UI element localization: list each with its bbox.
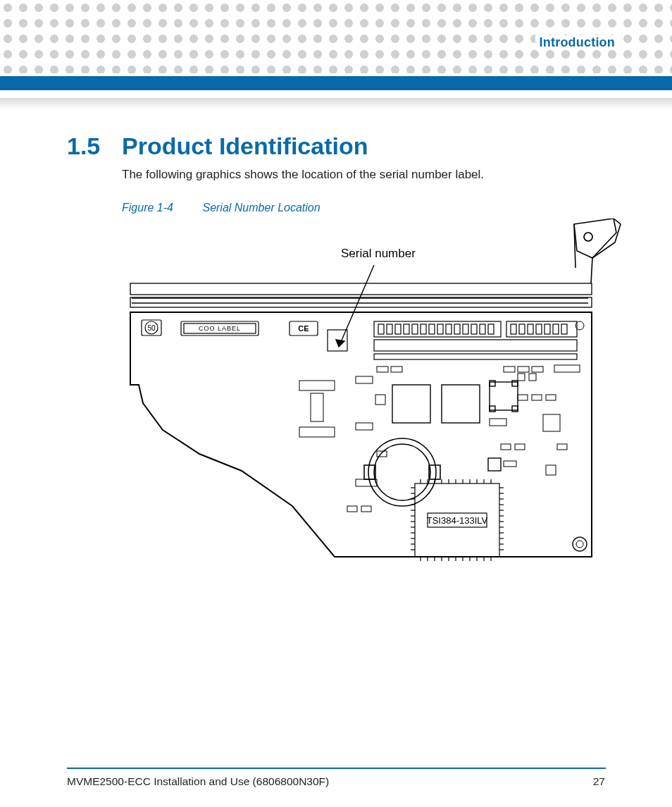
header-blocks-icon: [374, 321, 577, 359]
ejector-handle-icon: [574, 218, 621, 283]
svg-rect-39: [504, 366, 515, 372]
svg-rect-29: [519, 324, 525, 334]
svg-rect-49: [518, 374, 525, 381]
svg-rect-38: [391, 366, 402, 372]
callout-arrow-icon: [336, 265, 374, 347]
svg-rect-53: [546, 395, 556, 400]
svg-rect-46: [299, 427, 335, 437]
mounting-hole-icon: [573, 537, 587, 551]
tsi-chip-icon: TSI384-133ILV: [411, 479, 504, 561]
svg-rect-55: [546, 465, 556, 475]
svg-rect-40: [518, 366, 529, 372]
footer-divider: [67, 768, 606, 769]
svg-rect-44: [356, 423, 373, 430]
svg-rect-43: [356, 376, 373, 383]
svg-rect-59: [504, 461, 516, 467]
svg-rect-34: [561, 324, 567, 334]
svg-rect-26: [480, 324, 485, 334]
svg-rect-30: [528, 324, 533, 334]
svg-rect-28: [511, 324, 516, 334]
svg-marker-11: [336, 340, 344, 347]
svg-rect-62: [356, 479, 377, 486]
svg-rect-24: [463, 324, 468, 334]
svg-rect-17: [404, 324, 409, 334]
svg-rect-45: [299, 381, 335, 390]
header-gradient-bar: [0, 98, 672, 109]
fifty-text: 50: [147, 324, 156, 332]
svg-rect-56: [501, 444, 511, 450]
svg-rect-22: [446, 324, 452, 334]
svg-rect-20: [429, 324, 435, 334]
svg-rect-51: [518, 395, 528, 400]
svg-rect-37: [377, 366, 388, 372]
svg-rect-14: [378, 324, 384, 334]
svg-line-10: [339, 265, 374, 347]
svg-rect-33: [553, 324, 559, 334]
section-title: Product Identification: [122, 133, 368, 160]
svg-rect-63: [377, 451, 387, 457]
svg-rect-21: [437, 324, 443, 334]
figure-title: Serial Number Location: [202, 202, 320, 214]
header-blue-bar: [0, 76, 672, 90]
svg-rect-50: [529, 374, 536, 381]
coo-label-text: COO LABEL: [199, 325, 241, 332]
figure-illustration: 50 COO LABEL CE: [123, 218, 630, 578]
svg-point-74: [374, 444, 430, 500]
svg-rect-15: [387, 324, 392, 334]
svg-rect-60: [347, 506, 357, 512]
svg-point-73: [368, 438, 436, 506]
page-number: 27: [593, 775, 605, 788]
svg-point-125: [576, 541, 583, 548]
footer-doc-title: MVME2500-ECC Installation and Use (68068…: [67, 775, 329, 788]
svg-rect-54: [557, 444, 567, 450]
svg-rect-41: [532, 366, 543, 372]
svg-rect-19: [421, 324, 426, 334]
page: Introduction 1.5 Product Identification …: [0, 0, 672, 807]
svg-rect-65: [392, 385, 430, 423]
section-body: The following graphics shows the locatio…: [122, 168, 629, 182]
svg-rect-31: [536, 324, 542, 334]
svg-rect-72: [488, 458, 501, 471]
svg-rect-36: [374, 354, 577, 359]
section-number: 1.5: [67, 133, 100, 160]
svg-rect-25: [471, 324, 477, 334]
chapter-name: Introduction: [535, 35, 619, 50]
svg-rect-66: [442, 385, 480, 423]
ce-mark-text: CE: [298, 324, 309, 333]
svg-rect-61: [361, 506, 371, 512]
figure-number: Figure 1-4: [122, 202, 199, 214]
tsi-chip-text: TSI384-133ILV: [427, 515, 488, 526]
svg-rect-71: [512, 406, 518, 412]
svg-rect-27: [488, 324, 494, 334]
battery-icon: [364, 438, 440, 506]
svg-rect-32: [545, 324, 550, 334]
svg-rect-57: [515, 444, 525, 450]
svg-rect-35: [374, 340, 577, 351]
svg-rect-68: [490, 381, 495, 386]
svg-rect-23: [454, 324, 460, 334]
svg-rect-58: [543, 414, 560, 431]
svg-rect-1: [130, 297, 592, 307]
svg-rect-16: [395, 324, 401, 334]
svg-rect-47: [311, 393, 323, 421]
svg-rect-52: [532, 395, 542, 400]
svg-rect-48: [490, 419, 506, 426]
svg-rect-42: [554, 365, 580, 372]
small-parts-icon: [299, 365, 580, 512]
svg-rect-0: [130, 283, 592, 295]
svg-rect-70: [490, 406, 495, 412]
svg-rect-64: [375, 395, 385, 405]
figure-caption: Figure 1-4 Serial Number Location: [122, 202, 321, 214]
pcb-outline-icon: [130, 312, 592, 557]
svg-rect-69: [512, 381, 518, 386]
svg-rect-18: [412, 324, 418, 334]
